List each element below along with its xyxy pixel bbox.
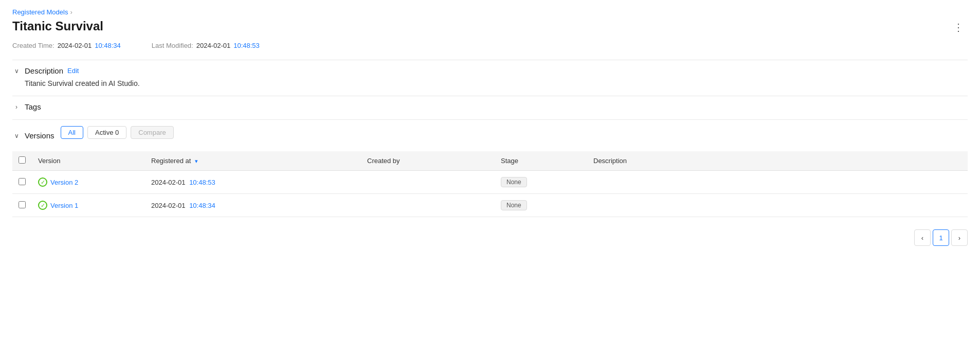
select-all-checkbox[interactable]	[19, 156, 26, 164]
select-all-col	[12, 151, 32, 171]
versions-section-title: Versions	[25, 131, 55, 140]
versions-chevron-icon: ∨	[12, 132, 21, 139]
created-by-cell-v2	[361, 171, 495, 194]
tab-all-button[interactable]: All	[61, 126, 83, 139]
pagination-next-button[interactable]: ›	[951, 229, 968, 246]
stage-cell-v2: None	[495, 171, 587, 194]
registered-date-v2: 2024-02-01	[151, 179, 186, 186]
description-text: Titanic Survival created in AI Studio.	[25, 79, 968, 87]
tags-section-header[interactable]: › Tags	[12, 102, 968, 111]
more-options-button[interactable]: ⋮	[949, 19, 968, 35]
created-by-cell-v1	[361, 194, 495, 217]
tags-section-title: Tags	[25, 102, 41, 111]
tab-active-button[interactable]: Active 0	[87, 126, 126, 139]
stage-badge-v1: None	[501, 200, 527, 210]
meta-row: Created Time: 2024-02-01 10:48:34 Last M…	[12, 42, 968, 49]
description-section: ∨ Description Edit Titanic Survival crea…	[12, 66, 968, 87]
registered-at-cell-v1: 2024-02-01 10:48:34	[145, 194, 361, 217]
stage-cell-v1: None	[495, 194, 587, 217]
registered-at-cell-v2: 2024-02-01 10:48:53	[145, 171, 361, 194]
versions-section: ∨ Versions All Active 0 Compare Version …	[12, 126, 968, 217]
page-title: Titanic Survival	[12, 19, 103, 33]
status-icon-v1: ✓	[38, 201, 47, 210]
version-column-header: Version	[32, 151, 145, 171]
status-icon-v2: ✓	[38, 177, 47, 187]
table-row: ✓ Version 2 2024-02-01 10:48:53 None	[12, 171, 968, 194]
pagination-prev-button[interactable]: ‹	[914, 229, 931, 246]
page-header: Titanic Survival ⋮	[12, 19, 968, 35]
description-chevron-icon: ∨	[12, 67, 21, 75]
divider-3	[12, 119, 968, 120]
created-time-value: 10:48:34	[95, 42, 121, 49]
divider-1	[12, 60, 968, 60]
row-checkbox-v1[interactable]	[19, 201, 26, 208]
description-column-header: Description	[587, 151, 968, 171]
versions-table: Version Registered at ▾ Created by Stage…	[12, 151, 968, 217]
created-date-value: 2024-02-01	[58, 42, 92, 49]
versions-toolbar: All Active 0 Compare	[61, 126, 174, 139]
description-section-title: Description	[25, 66, 63, 75]
modified-date-value: 2024-02-01	[196, 42, 231, 49]
description-edit-button[interactable]: Edit	[67, 67, 79, 75]
tags-chevron-icon: ›	[12, 103, 21, 111]
created-time-label: Created Time:	[12, 42, 55, 49]
breadcrumb-link[interactable]: Registered Models	[12, 8, 68, 16]
versions-section-header[interactable]: ∨ Versions	[12, 131, 55, 140]
created-by-column-header: Created by	[361, 151, 495, 171]
version-link-v2[interactable]: Version 2	[50, 179, 78, 186]
row-checkbox-v2[interactable]	[19, 178, 26, 185]
version-cell-v2: ✓ Version 2	[32, 171, 145, 194]
version-link-v1[interactable]: Version 1	[50, 202, 78, 209]
description-cell-v2	[587, 171, 968, 194]
tags-section: › Tags	[12, 102, 968, 111]
modified-time-meta: Last Modified: 2024-02-01 10:48:53	[152, 42, 260, 49]
modified-time-value: 10:48:53	[233, 42, 260, 49]
version-cell-v1: ✓ Version 1	[32, 194, 145, 217]
description-cell-v1	[587, 194, 968, 217]
description-section-header[interactable]: ∨ Description Edit	[12, 66, 968, 75]
registered-time-v1: 10:48:34	[189, 202, 215, 209]
table-header-row: Version Registered at ▾ Created by Stage…	[12, 151, 968, 171]
created-time-meta: Created Time: 2024-02-01 10:48:34	[12, 42, 121, 49]
pagination: ‹ 1 ›	[12, 225, 968, 246]
divider-2	[12, 96, 968, 96]
pagination-page-1-button[interactable]: 1	[933, 229, 949, 246]
registered-time-v2: 10:48:53	[189, 179, 215, 186]
breadcrumb: Registered Models ›	[12, 8, 968, 16]
stage-badge-v2: None	[501, 177, 527, 187]
registered-at-column-header[interactable]: Registered at ▾	[145, 151, 361, 171]
stage-column-header: Stage	[495, 151, 587, 171]
breadcrumb-arrow: ›	[70, 8, 72, 16]
modified-time-label: Last Modified:	[152, 42, 193, 49]
compare-button[interactable]: Compare	[131, 126, 173, 139]
registered-date-v1: 2024-02-01	[151, 202, 186, 209]
sort-arrow-icon: ▾	[195, 158, 198, 164]
row-checkbox-cell	[12, 194, 32, 217]
row-checkbox-cell	[12, 171, 32, 194]
table-row: ✓ Version 1 2024-02-01 10:48:34 None	[12, 194, 968, 217]
